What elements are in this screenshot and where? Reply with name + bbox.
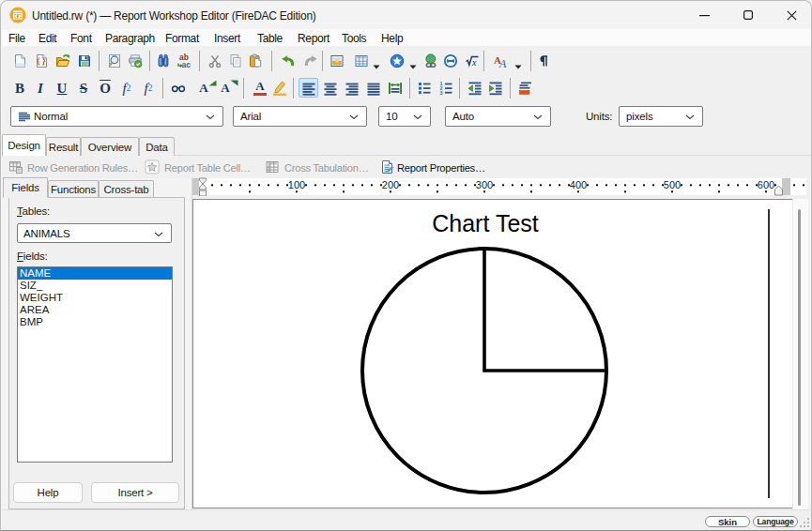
svg-text:200: 200: [382, 179, 399, 190]
svg-text:400: 400: [570, 179, 587, 190]
svg-text:600: 600: [758, 179, 774, 190]
svg-text:A: A: [498, 57, 507, 69]
svg-text:500: 500: [664, 179, 681, 190]
svg-text:100: 100: [288, 179, 305, 190]
svg-text:x: x: [471, 57, 477, 68]
svg-text:300: 300: [476, 179, 493, 190]
svg-text:3: 3: [440, 90, 443, 96]
svg-text:ac: ac: [182, 60, 192, 68]
